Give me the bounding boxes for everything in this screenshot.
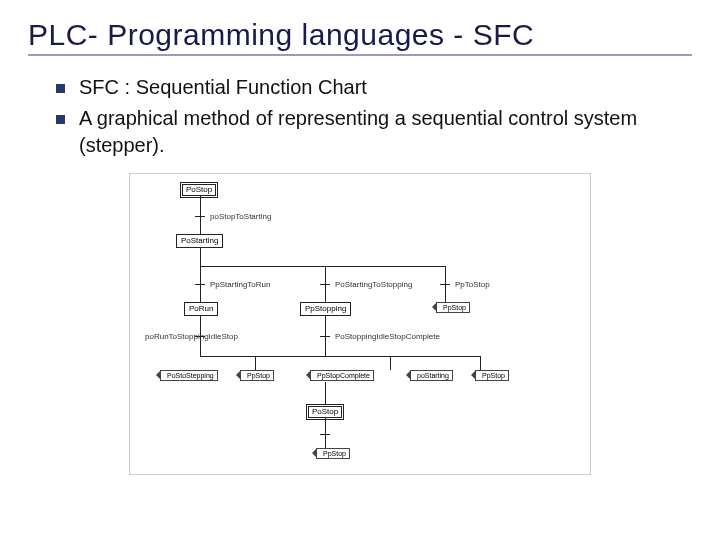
bullet-text: SFC : Sequential Function Chart [79, 74, 367, 101]
connector [200, 216, 201, 234]
sfc-step: PoRun [184, 302, 218, 316]
sfc-action: poStarting [410, 370, 453, 381]
sfc-diagram: PoStop poStopToStarting PoStarting PpSta… [129, 173, 591, 475]
sfc-jump: PpStop [316, 448, 350, 459]
square-bullet-icon [56, 84, 65, 93]
connector [200, 284, 201, 302]
connector [445, 266, 446, 284]
sfc-step: PpStopping [300, 302, 351, 316]
transition-label: poStopToStarting [210, 212, 271, 221]
bullet-item: A graphical method of representing a seq… [56, 105, 692, 159]
connector [325, 382, 326, 404]
divergence-line [200, 356, 480, 357]
sfc-action: PpStop [240, 370, 274, 381]
bullet-list: SFC : Sequential Function Chart A graphi… [56, 74, 692, 159]
sfc-step: PoStarting [176, 234, 223, 248]
transition-label: PoStartingToStopping [335, 280, 412, 289]
sfc-action: PpStopComplete [310, 370, 374, 381]
connector [325, 266, 326, 284]
connector [200, 196, 201, 216]
connector [325, 336, 326, 356]
sfc-action: PpStop [475, 370, 509, 381]
connector [480, 356, 481, 370]
square-bullet-icon [56, 115, 65, 124]
divergence-line [200, 266, 445, 267]
grid-dots [130, 174, 590, 474]
bullet-text: A graphical method of representing a seq… [79, 105, 692, 159]
sfc-action: PoStoStepping [160, 370, 218, 381]
connector [200, 266, 201, 284]
connector [390, 356, 391, 370]
connector [325, 418, 326, 434]
connector [445, 284, 446, 302]
transition-label: PpToStop [455, 280, 490, 289]
connector [325, 284, 326, 302]
slide-title: PLC- Programming languages - SFC [28, 18, 692, 56]
transition-label: PpStartingToRun [210, 280, 270, 289]
connector [200, 248, 201, 266]
connector [325, 434, 326, 448]
connector [255, 356, 256, 370]
transition-label: PoStoppingIdleStopComplete [335, 332, 440, 341]
bullet-item: SFC : Sequential Function Chart [56, 74, 692, 101]
transition-label: poRunToStoppingIdleStop [145, 332, 238, 341]
connector [325, 316, 326, 336]
sfc-jump: PpStop [436, 302, 470, 313]
connector [200, 336, 201, 356]
